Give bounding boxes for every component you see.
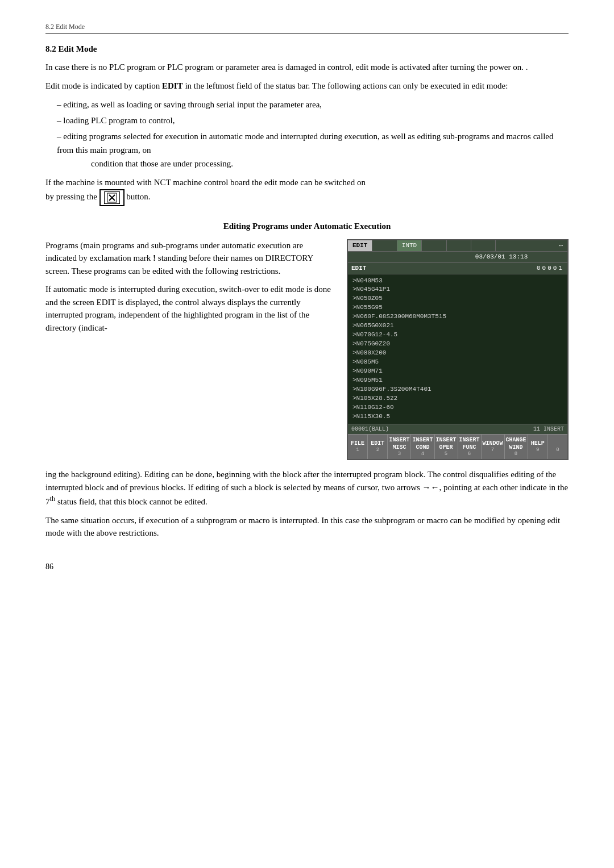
cnc-line-9: >N080X200 [352, 349, 563, 358]
cnc-line-11: >N090M71 [352, 367, 563, 376]
cnc-line-16: >N115X30.5 [352, 412, 563, 422]
mode-button-inner [104, 191, 120, 204]
cnc-status-bar: 03/03/01 13:13 [348, 252, 567, 263]
cnc-line-2: >N045G41P1 [352, 285, 563, 294]
superscript: th [50, 495, 56, 503]
para-1: In case there is no PLC program or PLC p… [45, 61, 569, 74]
subheading: Editing Programs under Automatic Executi… [45, 222, 569, 231]
cnc-line-8: >N075G0Z20 [352, 340, 563, 349]
mode-button-icon [107, 193, 117, 203]
cnc-line-6: >N065G0X021 [352, 322, 563, 331]
bullet-2: loading PLC program to control, [57, 114, 569, 127]
cnc-tab-empty2 [422, 240, 446, 251]
bullet-3-sub: condition that those are under processin… [91, 159, 233, 168]
bullet-3: editing programs selected for execution … [57, 130, 569, 170]
cnc-tab-empty1 [372, 240, 397, 251]
cnc-btn-edit[interactable]: EDIT 2 [368, 435, 388, 460]
cnc-status-edit: EDIT [351, 265, 366, 272]
cnc-line-10: >N085M5 [352, 358, 563, 367]
cnc-btn-insert-misc[interactable]: INSERT MISC 3 [388, 435, 411, 460]
cnc-edit-bar: EDIT 00001 [348, 263, 567, 274]
bullet-1: editing, as well as loading or saving th… [57, 98, 569, 111]
cnc-btn-insert-func[interactable]: INSERT FUNC 6 [458, 435, 482, 460]
cnc-screen-container: EDIT INTD ↔ 03/03/01 13:13 EDIT [347, 239, 569, 461]
header-text: 8.2 Edit Mode [45, 23, 85, 31]
para-2: Edit mode is indicated by caption EDIT i… [45, 80, 569, 93]
para-button: If the machine is mounted with NCT machi… [45, 176, 569, 206]
cnc-footer-right: 11 INSERT [533, 426, 564, 432]
cnc-line-4: >N055G95 [352, 303, 563, 312]
cnc-tab-arrows: ↔ [554, 241, 567, 249]
cnc-line-15: >N110G12-60 [352, 403, 563, 412]
cnc-line-7: >N070G12-4.5 [352, 331, 563, 340]
col-para-2: If automatic mode is interrupted during … [45, 283, 335, 334]
cnc-btn-0[interactable]: 0 [548, 435, 567, 460]
cnc-line-12: >N095M51 [352, 376, 563, 385]
cnc-tab-edit: EDIT [348, 240, 372, 251]
cnc-btn-help[interactable]: HELP 9 [528, 435, 548, 460]
page-number: 86 [45, 562, 569, 571]
cnc-btn-insert-oper[interactable]: INSERT OPER 5 [435, 435, 458, 460]
col-text: Programs (main programs and sub-programs… [45, 239, 335, 461]
mode-button [99, 189, 125, 206]
cnc-datetime: 03/03/01 13:13 [351, 253, 528, 260]
two-col-section: Programs (main programs and sub-programs… [45, 239, 569, 461]
col-para-1: Programs (main programs and sub-programs… [45, 239, 335, 278]
cnc-line-13: >N100G96F.3S200M4T401 [352, 385, 563, 394]
cnc-tab-empty3 [447, 240, 471, 251]
cnc-btn-file[interactable]: FILE 1 [348, 435, 368, 460]
cnc-line-3: >N050Z05 [352, 294, 563, 303]
cnc-btn-insert-cond[interactable]: INSERT COND 4 [411, 435, 434, 460]
last-para: The same situation occurs, if execution … [45, 514, 569, 540]
cnc-footer-left: 00001(BALL) [351, 426, 389, 432]
bullet-list: editing, as well as loading or saving th… [57, 98, 569, 170]
cnc-top-bar: EDIT INTD ↔ [348, 240, 567, 252]
cnc-buttons-row: FILE 1 EDIT 2 INSERT MISC 3 INSERT COND … [348, 434, 567, 460]
cnc-footer-bar: 00001(BALL) 11 INSERT [348, 424, 567, 434]
continued-para: ing the background editing). Editing can… [45, 468, 569, 508]
cnc-screen: EDIT INTD ↔ 03/03/01 13:13 EDIT [347, 239, 569, 461]
cnc-btn-window[interactable]: WINDOW 7 [482, 435, 505, 460]
cnc-content: >N040M53 >N045G41P1 >N050Z05 >N055G95 >N… [348, 274, 567, 424]
cnc-program-id: 00001 [537, 265, 564, 272]
page-header: 8.2 Edit Mode [45, 23, 569, 34]
cnc-line-14: >N105X28.522 [352, 394, 563, 403]
cnc-tab-intd: INTD [397, 240, 422, 251]
cnc-line-1: >N040M53 [352, 277, 563, 286]
cnc-line-5: >N060F.08S2300M68M0M3T515 [352, 312, 563, 322]
section-title: 8.2 Edit Mode [45, 44, 569, 54]
cnc-btn-change[interactable]: CHANGE WIND 8 [505, 435, 528, 460]
cnc-tab-empty4 [471, 240, 496, 251]
